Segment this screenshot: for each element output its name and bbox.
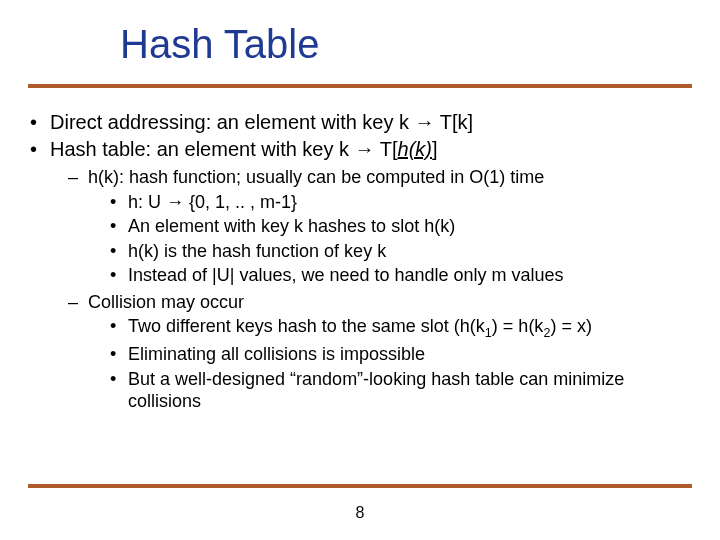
divider-top (28, 84, 692, 88)
bullet-hk-definition: h(k): hash function; usually can be comp… (28, 166, 692, 189)
bullet-two-keys-same-slot: Two different keys hash to the same slot… (28, 315, 692, 341)
text: ) = h(k (492, 316, 544, 336)
arrow-icon: → (355, 138, 375, 160)
bullet-m-values: Instead of |U| values, we need to handle… (28, 264, 692, 287)
text: ] (432, 138, 438, 160)
arrow-icon: → (166, 192, 184, 212)
bullet-hash-table: Hash table: an element with key k → T[h(… (28, 137, 692, 162)
text: Collision may occur (88, 292, 244, 312)
text: T[ (375, 138, 398, 160)
text: Eliminating all collisions is impossible (128, 344, 425, 364)
text: Instead of |U| values, we need to handle… (128, 265, 564, 285)
text: h(k) is the hash function of key k (128, 241, 386, 261)
page-number: 8 (0, 504, 720, 522)
slide-body: Direct addressing: an element with key k… (28, 110, 692, 413)
arrow-icon: → (415, 111, 435, 133)
bullet-hk-is-function: h(k) is the hash function of key k (28, 240, 692, 263)
hk-emphasis: h(k) (398, 138, 432, 160)
bullet-direct-addressing: Direct addressing: an element with key k… (28, 110, 692, 135)
divider-bottom (28, 484, 692, 488)
text: Hash table: an element with key k (50, 138, 355, 160)
text: h(k): hash function; usually can be comp… (88, 167, 544, 187)
text: An element with key k hashes to slot h(k… (128, 216, 455, 236)
text: But a well-designed “random”-looking has… (128, 369, 624, 412)
bullet-collision: Collision may occur (28, 291, 692, 314)
bullet-eliminate-impossible: Eliminating all collisions is impossible (28, 343, 692, 366)
text: h: U (128, 192, 166, 212)
bullet-minimize-collisions: But a well-designed “random”-looking has… (28, 368, 692, 413)
slide-title: Hash Table (120, 22, 319, 67)
bullet-h-domain: h: U → {0, 1, .. , m-1} (28, 191, 692, 214)
text: T[k] (435, 111, 474, 133)
text: Two different keys hash to the same slot… (128, 316, 485, 336)
bullet-hashes-to-slot: An element with key k hashes to slot h(k… (28, 215, 692, 238)
text: {0, 1, .. , m-1} (184, 192, 297, 212)
slide: Hash Table Direct addressing: an element… (0, 0, 720, 540)
text: ) = x) (550, 316, 592, 336)
subscript-1: 1 (485, 326, 492, 340)
text: Direct addressing: an element with key k (50, 111, 415, 133)
